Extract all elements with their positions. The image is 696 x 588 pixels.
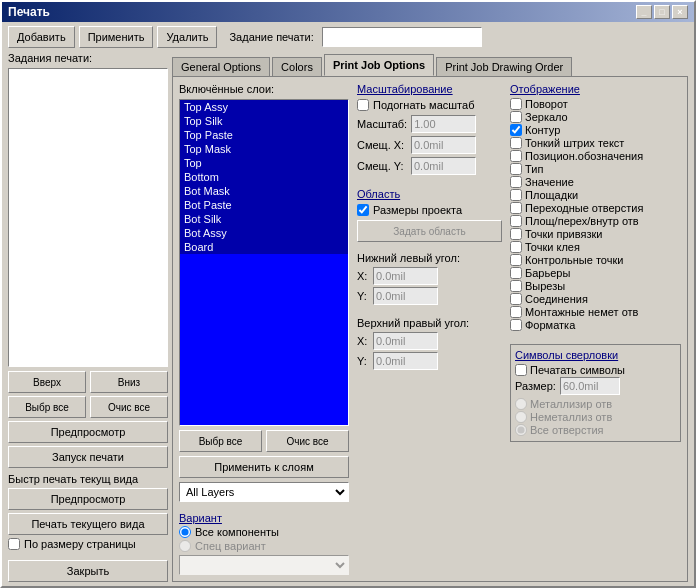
nonmetal-radio[interactable] <box>515 411 527 423</box>
layer-bot-paste[interactable]: Bot Paste <box>180 198 348 212</box>
clear-all-button[interactable]: Очис все <box>90 396 168 418</box>
display-item-12: Контрольные точки <box>510 254 681 266</box>
layers-select-all[interactable]: Выбр все <box>179 430 262 452</box>
delete-button[interactable]: Удалить <box>157 26 217 48</box>
tab-colors-label: Colors <box>281 61 313 73</box>
offset-y-input[interactable] <box>411 157 476 175</box>
display-label-16: Монтажные немет отв <box>525 306 638 318</box>
upper-y-label: Y: <box>357 355 369 367</box>
special-radio[interactable] <box>179 540 191 552</box>
layer-bot-assy[interactable]: Bot Assy <box>180 226 348 240</box>
close-button[interactable]: × <box>672 5 688 19</box>
print-current-button[interactable]: Печать текущего вида <box>8 513 168 535</box>
display-item-7: Площадки <box>510 189 681 201</box>
display-checkbox-7[interactable] <box>510 189 522 201</box>
display-checkbox-1[interactable] <box>510 111 522 123</box>
layer-bottom[interactable]: Bottom <box>180 170 348 184</box>
tab-colors[interactable]: Colors <box>272 57 322 77</box>
drill-label: Символы сверловки <box>515 349 676 361</box>
lower-x-row: X: <box>357 267 502 285</box>
display-checkbox-15[interactable] <box>510 293 522 305</box>
all-layers-dropdown[interactable]: All Layers <box>179 482 349 502</box>
layers-label: Включённые слои: <box>179 83 349 95</box>
display-checkbox-5[interactable] <box>510 163 522 175</box>
layer-top-silk[interactable]: Top Silk <box>180 114 348 128</box>
close-button[interactable]: Закрыть <box>8 560 168 582</box>
display-checkbox-17[interactable] <box>510 319 522 331</box>
display-checkbox-8[interactable] <box>510 202 522 214</box>
display-checkbox-9[interactable] <box>510 215 522 227</box>
layers-clear-all[interactable]: Очис все <box>266 430 349 452</box>
display-label-11: Точки клея <box>525 241 580 253</box>
layer-top-paste[interactable]: Top Paste <box>180 128 348 142</box>
print-symbols-checkbox[interactable] <box>515 364 527 376</box>
down-button[interactable]: Вниз <box>90 371 168 393</box>
display-checkbox-13[interactable] <box>510 267 522 279</box>
all-holes-label: Все отверстия <box>530 424 604 436</box>
add-button[interactable]: Добавить <box>8 26 75 48</box>
metal-row: Металлизир отв <box>515 398 676 410</box>
preview2-button[interactable]: Предпросмотр <box>8 488 168 510</box>
fit-scale-checkbox[interactable] <box>357 99 369 111</box>
display-checkbox-6[interactable] <box>510 176 522 188</box>
tab-inner: Включённые слои: Top Assy Top Silk Top P… <box>179 83 681 575</box>
all-components-radio[interactable] <box>179 526 191 538</box>
tab-print-job-options[interactable]: Print Job Options <box>324 54 434 76</box>
metal-radio[interactable] <box>515 398 527 410</box>
lower-y-input[interactable] <box>373 287 438 305</box>
main-window: Печать _ □ × Добавить Применить Удалить … <box>0 0 696 588</box>
display-checkbox-14[interactable] <box>510 280 522 292</box>
display-checkbox-12[interactable] <box>510 254 522 266</box>
display-checkbox-11[interactable] <box>510 241 522 253</box>
layer-top-assy[interactable]: Top Assy <box>180 100 348 114</box>
display-section: Отображение ПоворотЗеркалоКонтурТонкий ш… <box>510 83 681 332</box>
display-checkbox-3[interactable] <box>510 137 522 149</box>
layer-bot-mask[interactable]: Bot Mask <box>180 184 348 198</box>
lower-x-label: X: <box>357 270 369 282</box>
select-all-button[interactable]: Выбр все <box>8 396 86 418</box>
special-row: Спец вариант <box>179 540 349 552</box>
display-checkbox-10[interactable] <box>510 228 522 240</box>
run-print-button[interactable]: Запуск печати <box>8 446 168 468</box>
display-label-0: Поворот <box>525 98 568 110</box>
main-area: Задания печати: Вверх Вниз Выбр все Очис… <box>8 52 688 582</box>
fit-page-checkbox[interactable] <box>8 538 20 550</box>
display-checkbox-0[interactable] <box>510 98 522 110</box>
display-label-6: Значение <box>525 176 574 188</box>
drill-size-input[interactable] <box>560 377 620 395</box>
all-holes-radio[interactable] <box>515 424 527 436</box>
tab-general[interactable]: General Options <box>172 57 270 77</box>
tab-drawing-order[interactable]: Print Job Drawing Order <box>436 57 572 77</box>
display-item-15: Соединения <box>510 293 681 305</box>
job-input[interactable] <box>322 27 482 47</box>
lower-x-input[interactable] <box>373 267 438 285</box>
display-checkbox-4[interactable] <box>510 150 522 162</box>
minimize-button[interactable]: _ <box>636 5 652 19</box>
drill-size-row: Размер: <box>515 377 676 395</box>
variant-section: Вариант Все компоненты Спец вариант <box>179 512 349 575</box>
display-checkbox-2[interactable] <box>510 124 522 136</box>
display-label-1: Зеркало <box>525 111 568 123</box>
apply-to-layers-button[interactable]: Применить к слоям <box>179 456 349 478</box>
scale-input[interactable] <box>411 115 476 133</box>
layer-bot-silk[interactable]: Bot Silk <box>180 212 348 226</box>
upper-y-input[interactable] <box>373 352 438 370</box>
variant-dropdown[interactable] <box>179 555 349 575</box>
jobs-list[interactable] <box>8 68 168 367</box>
offset-x-input[interactable] <box>411 136 476 154</box>
print-symbols-label: Печатать символы <box>530 364 625 376</box>
layer-board[interactable]: Board <box>180 240 348 254</box>
set-area-button[interactable]: Задать область <box>357 220 502 242</box>
offset-x-row: Смещ. X: <box>357 136 502 154</box>
up-button[interactable]: Вверх <box>8 371 86 393</box>
upper-x-input[interactable] <box>373 332 438 350</box>
layer-top[interactable]: Top <box>180 156 348 170</box>
apply-button[interactable]: Применить <box>79 26 154 48</box>
layer-top-mask[interactable]: Top Mask <box>180 142 348 156</box>
preview-button[interactable]: Предпросмотр <box>8 421 168 443</box>
display-checkbox-16[interactable] <box>510 306 522 318</box>
maximize-button[interactable]: □ <box>654 5 670 19</box>
layers-list[interactable]: Top Assy Top Silk Top Paste Top Mask Top… <box>179 99 349 426</box>
project-size-checkbox[interactable] <box>357 204 369 216</box>
area-label: Область <box>357 188 400 200</box>
